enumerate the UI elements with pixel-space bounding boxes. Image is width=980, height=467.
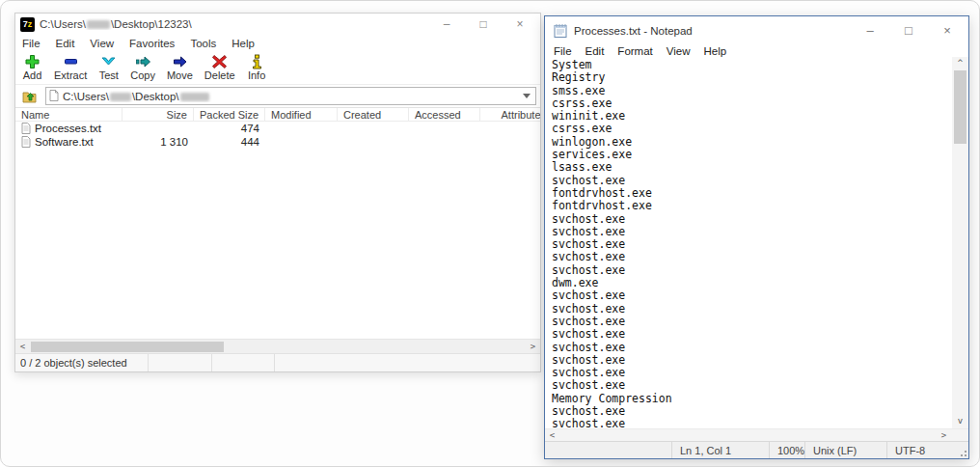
scroll-left-icon[interactable]: <: [545, 429, 559, 442]
redacted-username: [87, 20, 110, 29]
status-segment: [212, 354, 275, 371]
file-row-processes[interactable]: Processes.txt 474: [15, 122, 540, 135]
scroll-left-icon[interactable]: <: [15, 340, 30, 354]
menu-help[interactable]: Help: [704, 45, 727, 57]
maximize-button[interactable]: □: [465, 14, 502, 35]
x-icon: [209, 54, 230, 69]
sevenzip-window-controls: – □ ×: [428, 14, 538, 35]
plus-icon: [22, 54, 42, 69]
status-segment: [149, 354, 212, 371]
column-header-attributes[interactable]: Attributes: [480, 108, 540, 121]
sevenzip-window: 7z C:\Users\\Desktop\12323\ – □ × File E…: [14, 13, 541, 372]
sevenzip-toolbar: Add Extract Test Copy Move Delete: [15, 51, 540, 85]
menu-file[interactable]: File: [554, 45, 572, 57]
chevron-down-icon[interactable]: [522, 94, 531, 99]
resize-grip[interactable]: [957, 447, 966, 456]
sevenzip-menubar: File Edit View Favorites Tools Help: [15, 35, 540, 51]
notepad-window: Processes.txt - Notepad – □ × File Edit …: [544, 15, 969, 459]
redacted-username: [110, 93, 131, 101]
file-size: 1 310: [122, 136, 194, 148]
add-button[interactable]: Add: [17, 53, 47, 82]
cursor-position: Ln 1, Col 1: [672, 442, 770, 458]
column-header-name[interactable]: Name: [15, 108, 122, 121]
notepad-menubar: File Edit Format View Help: [545, 44, 968, 57]
notepad-window-controls: – □ ×: [851, 16, 966, 44]
minimize-button[interactable]: –: [851, 16, 889, 44]
notepad-vertical-scrollbar[interactable]: ^ v: [952, 57, 968, 428]
close-button[interactable]: ×: [502, 14, 538, 35]
notepad-horizontal-scrollbar[interactable]: < >: [545, 428, 968, 441]
line-ending: Unix (LF): [805, 442, 887, 458]
menu-edit[interactable]: Edit: [585, 45, 605, 57]
menu-view[interactable]: View: [90, 38, 114, 49]
move-arrow-icon: [170, 54, 190, 69]
parent-folder-button[interactable]: [19, 88, 41, 105]
move-button[interactable]: Move: [162, 53, 198, 82]
file-packed-size: 474: [194, 123, 265, 134]
file-list-header: Name Size Packed Size Modified Created A…: [15, 108, 540, 122]
copy-arrow-icon: [133, 54, 153, 69]
notepad-app-icon: [553, 23, 568, 39]
scroll-right-icon[interactable]: >: [526, 340, 540, 354]
sevenzip-titlebar[interactable]: 7z C:\Users\\Desktop\12323\ – □ ×: [15, 14, 540, 35]
sevenzip-window-title: C:\Users\\Desktop\12323\: [40, 18, 428, 30]
menu-file[interactable]: File: [22, 38, 41, 49]
address-input[interactable]: C:\Users\\Desktop\: [45, 87, 536, 105]
column-header-packed-size[interactable]: Packed Size: [194, 108, 265, 121]
column-header-created[interactable]: Created: [338, 108, 409, 121]
delete-button[interactable]: Delete: [200, 53, 240, 82]
notepad-statusbar: Ln 1, Col 1 100% Unix (LF) UTF-8: [545, 441, 968, 458]
column-header-size[interactable]: Size: [122, 108, 194, 121]
maximize-button[interactable]: □: [889, 16, 928, 44]
scroll-right-icon[interactable]: >: [937, 429, 951, 442]
scrollbar-thumb[interactable]: [954, 70, 966, 144]
up-folder-icon: [22, 90, 38, 103]
scrollbar-thumb[interactable]: [31, 342, 224, 352]
menu-view[interactable]: View: [667, 45, 691, 57]
menu-edit[interactable]: Edit: [56, 38, 75, 49]
sevenzip-addressbar: C:\Users\\Desktop\: [15, 85, 540, 107]
notepad-body: System Registry smss.exe csrss.exe winin…: [545, 57, 968, 428]
scroll-down-icon[interactable]: v: [952, 415, 968, 428]
file-name: Processes.txt: [35, 123, 101, 134]
zoom-level: 100%: [770, 442, 805, 458]
text-file-icon: [21, 123, 31, 134]
selection-status: 0 / 2 object(s) selected: [15, 354, 149, 371]
file-list-empty-area[interactable]: [15, 149, 540, 339]
status-segment: [275, 354, 540, 371]
sevenzip-horizontal-scrollbar[interactable]: < >: [15, 339, 540, 353]
test-button[interactable]: Test: [94, 53, 123, 82]
close-button[interactable]: ×: [928, 16, 966, 44]
address-path: C:\Users\\Desktop\: [63, 91, 522, 102]
notepad-titlebar[interactable]: Processes.txt - Notepad – □ ×: [545, 16, 968, 44]
copy-button[interactable]: Copy: [125, 53, 160, 82]
info-button[interactable]: Info: [242, 53, 272, 82]
minimize-button[interactable]: –: [428, 14, 465, 35]
document-icon: [49, 90, 59, 103]
sevenzip-statusbar: 0 / 2 object(s) selected: [15, 353, 540, 371]
file-name: Software.txt: [35, 136, 94, 148]
menu-favorites[interactable]: Favorites: [129, 38, 175, 49]
minus-icon: [61, 54, 81, 69]
chevron-check-icon: [98, 54, 119, 69]
file-list-panel: Name Size Packed Size Modified Created A…: [15, 107, 540, 339]
column-header-modified[interactable]: Modified: [265, 108, 338, 121]
menu-help[interactable]: Help: [231, 38, 255, 49]
menu-format[interactable]: Format: [617, 45, 652, 57]
notepad-text-area[interactable]: System Registry smss.exe csrss.exe winin…: [545, 57, 952, 428]
info-icon: [247, 54, 267, 69]
text-file-icon: [21, 136, 31, 148]
status-segment: [545, 442, 672, 458]
notepad-window-title: Processes.txt - Notepad: [574, 25, 851, 37]
column-header-accessed[interactable]: Accessed: [409, 108, 480, 121]
7zip-app-icon: 7z: [20, 17, 35, 32]
file-row-software[interactable]: Software.txt 1 310 444: [15, 135, 540, 149]
file-packed-size: 444: [194, 136, 265, 148]
redacted-folder: [180, 93, 209, 101]
screenshot-frame: 7z C:\Users\\Desktop\12323\ – □ × File E…: [0, 0, 980, 467]
scroll-up-icon[interactable]: ^: [952, 57, 968, 70]
menu-tools[interactable]: Tools: [190, 38, 216, 49]
extract-button[interactable]: Extract: [49, 53, 92, 82]
7zip-logo-z: z: [28, 19, 33, 29]
